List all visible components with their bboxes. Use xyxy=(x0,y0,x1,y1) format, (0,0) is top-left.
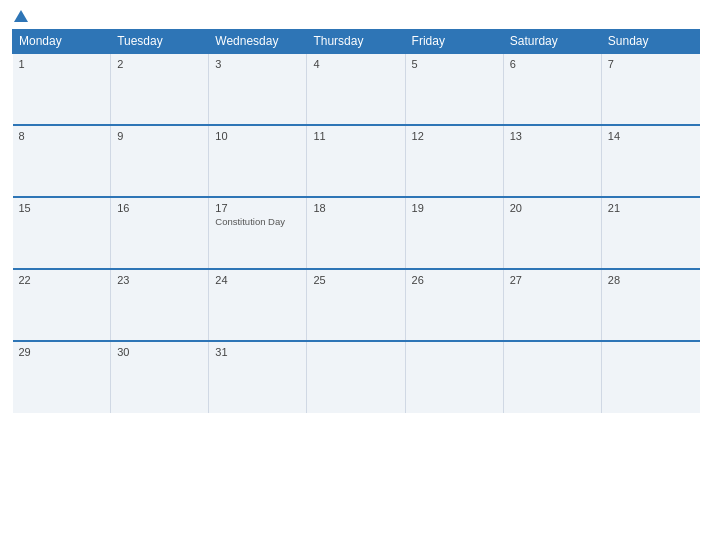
calendar-week-row: 891011121314 xyxy=(13,125,700,197)
day-number: 27 xyxy=(510,274,595,286)
calendar-cell: 7 xyxy=(601,53,699,125)
calendar-cell: 31 xyxy=(209,341,307,413)
calendar-cell: 22 xyxy=(13,269,111,341)
day-number: 16 xyxy=(117,202,202,214)
calendar-cell: 3 xyxy=(209,53,307,125)
weekday-header-monday: Monday xyxy=(13,30,111,54)
day-number: 31 xyxy=(215,346,300,358)
day-number: 24 xyxy=(215,274,300,286)
logo xyxy=(12,10,28,23)
weekday-header-tuesday: Tuesday xyxy=(111,30,209,54)
day-number: 9 xyxy=(117,130,202,142)
calendar-cell: 12 xyxy=(405,125,503,197)
calendar-cell: 15 xyxy=(13,197,111,269)
day-number: 15 xyxy=(19,202,105,214)
weekday-header-saturday: Saturday xyxy=(503,30,601,54)
calendar-cell: 23 xyxy=(111,269,209,341)
day-number: 19 xyxy=(412,202,497,214)
day-number: 18 xyxy=(313,202,398,214)
calendar-table: MondayTuesdayWednesdayThursdayFridaySatu… xyxy=(12,29,700,413)
day-number: 21 xyxy=(608,202,694,214)
calendar-cell xyxy=(307,341,405,413)
day-number: 13 xyxy=(510,130,595,142)
calendar-cell: 8 xyxy=(13,125,111,197)
logo-triangle-icon xyxy=(14,10,28,22)
calendar-cell: 30 xyxy=(111,341,209,413)
day-number: 28 xyxy=(608,274,694,286)
calendar-cell: 13 xyxy=(503,125,601,197)
day-number: 30 xyxy=(117,346,202,358)
calendar-cell: 14 xyxy=(601,125,699,197)
calendar-cell xyxy=(601,341,699,413)
calendar-cell: 21 xyxy=(601,197,699,269)
calendar-cell: 28 xyxy=(601,269,699,341)
calendar-page: MondayTuesdayWednesdayThursdayFridaySatu… xyxy=(0,0,712,550)
weekday-header-sunday: Sunday xyxy=(601,30,699,54)
header xyxy=(12,10,700,23)
calendar-cell: 20 xyxy=(503,197,601,269)
day-number: 7 xyxy=(608,58,694,70)
day-number: 17 xyxy=(215,202,300,214)
calendar-cell xyxy=(503,341,601,413)
calendar-cell: 16 xyxy=(111,197,209,269)
weekday-header-row: MondayTuesdayWednesdayThursdayFridaySatu… xyxy=(13,30,700,54)
day-number: 14 xyxy=(608,130,694,142)
calendar-cell: 5 xyxy=(405,53,503,125)
day-number: 26 xyxy=(412,274,497,286)
calendar-cell: 10 xyxy=(209,125,307,197)
calendar-cell: 6 xyxy=(503,53,601,125)
calendar-cell xyxy=(405,341,503,413)
weekday-header-wednesday: Wednesday xyxy=(209,30,307,54)
calendar-cell: 18 xyxy=(307,197,405,269)
day-number: 11 xyxy=(313,130,398,142)
calendar-cell: 17Constitution Day xyxy=(209,197,307,269)
day-number: 2 xyxy=(117,58,202,70)
calendar-cell: 9 xyxy=(111,125,209,197)
day-number: 8 xyxy=(19,130,105,142)
day-number: 22 xyxy=(19,274,105,286)
calendar-cell: 27 xyxy=(503,269,601,341)
calendar-cell: 25 xyxy=(307,269,405,341)
holiday-label: Constitution Day xyxy=(215,216,300,227)
calendar-week-row: 151617Constitution Day18192021 xyxy=(13,197,700,269)
day-number: 1 xyxy=(19,58,105,70)
weekday-header-friday: Friday xyxy=(405,30,503,54)
day-number: 6 xyxy=(510,58,595,70)
calendar-cell: 11 xyxy=(307,125,405,197)
weekday-header-thursday: Thursday xyxy=(307,30,405,54)
calendar-week-row: 293031 xyxy=(13,341,700,413)
calendar-cell: 26 xyxy=(405,269,503,341)
calendar-cell: 24 xyxy=(209,269,307,341)
day-number: 4 xyxy=(313,58,398,70)
day-number: 29 xyxy=(19,346,105,358)
day-number: 25 xyxy=(313,274,398,286)
calendar-week-row: 1234567 xyxy=(13,53,700,125)
day-number: 10 xyxy=(215,130,300,142)
calendar-cell: 29 xyxy=(13,341,111,413)
calendar-week-row: 22232425262728 xyxy=(13,269,700,341)
day-number: 12 xyxy=(412,130,497,142)
calendar-cell: 4 xyxy=(307,53,405,125)
calendar-cell: 1 xyxy=(13,53,111,125)
day-number: 20 xyxy=(510,202,595,214)
day-number: 5 xyxy=(412,58,497,70)
calendar-cell: 19 xyxy=(405,197,503,269)
calendar-cell: 2 xyxy=(111,53,209,125)
day-number: 3 xyxy=(215,58,300,70)
day-number: 23 xyxy=(117,274,202,286)
